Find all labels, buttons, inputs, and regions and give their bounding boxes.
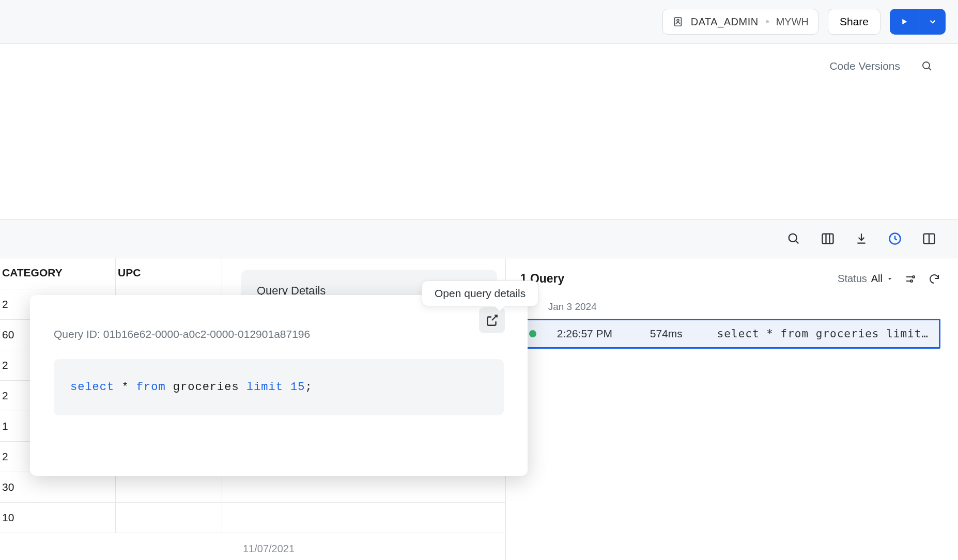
query-duration: 574ms [650,328,697,340]
editor-sub-toolbar: Code Versions [0,43,958,88]
query-details-popover: Query ID: 01b16e62-0000-a0c2-0000-012901… [30,295,528,476]
sql-keyword-limit: limit [246,381,283,394]
column-header-upc[interactable]: UPC [116,258,222,289]
query-history-pane: 1 Query Status All Jan 3 2024 [506,258,958,560]
panel-layout-icon[interactable] [922,231,936,246]
sql-editor-area[interactable] [0,88,958,220]
query-time: 2:26:57 PM [557,328,629,340]
status-value: All [871,273,883,285]
query-history-icon[interactable] [888,231,902,246]
run-button[interactable] [890,9,919,35]
run-button-group [890,9,946,35]
query-history-row[interactable]: 2:26:57 PM 574ms select * from groceries… [520,319,940,349]
open-query-details-tooltip: Open query details [422,281,538,306]
query-history-date: Jan 3 2024 [548,301,940,313]
role-name: DATA_ADMIN [691,16,759,28]
status-success-icon [529,330,536,337]
cell-upc [116,472,222,502]
columns-icon[interactable] [821,231,835,246]
svg-rect-4 [823,234,833,244]
filter-settings-icon[interactable] [904,273,917,285]
cell-category: 30 [0,472,116,502]
search-icon[interactable] [921,60,933,72]
tooltip-text: Open query details [435,287,526,299]
search-results-icon[interactable] [786,231,801,246]
open-query-details-button[interactable] [479,307,505,333]
svg-point-7 [913,276,915,278]
table-row[interactable]: 30 [0,472,505,503]
refresh-icon[interactable] [928,273,940,285]
top-toolbar: DATA_ADMIN MYWH Share [0,0,958,43]
query-id-line: Query ID: 01b16e62-0000-a0c2-0000-012901… [54,328,504,340]
code-versions-button[interactable]: Code Versions [829,60,900,72]
svg-point-1 [677,19,679,21]
sql-table-name: groceries [173,381,239,394]
share-button[interactable]: Share [828,9,880,35]
sql-keyword-from: from [136,381,166,394]
chevron-down-icon [928,17,937,26]
svg-point-2 [923,62,930,69]
caret-down-icon [887,276,893,282]
status-filter-dropdown[interactable]: Status All [838,273,893,285]
query-id-value: 01b16e62-0000-a0c2-0000-012901a87196 [103,328,311,340]
cell-category: 10 [0,503,116,533]
run-dropdown-button[interactable] [919,9,946,35]
svg-point-8 [910,280,913,282]
separator-dot [766,20,769,23]
obscured-date-text: 11/07/2021 [243,543,295,555]
query-id-label: Query ID: [54,328,100,340]
sql-semicolon: ; [305,381,313,394]
query-sql-preview: select * from groceries limit… [717,328,929,340]
play-icon [900,17,909,26]
column-header-category[interactable]: CATEGORY [0,258,116,289]
table-row[interactable]: 10 [0,503,505,533]
cell-upc [116,503,222,533]
svg-point-3 [789,234,797,242]
sql-limit-number: 15 [290,381,305,394]
results-toolbar [0,220,958,258]
status-label: Status [838,273,867,285]
download-icon[interactable] [855,232,868,245]
sql-star: * [121,381,129,394]
external-link-icon [485,314,499,327]
warehouse-name: MYWH [776,16,809,28]
role-badge-icon [672,16,684,27]
sql-keyword-select: select [70,381,114,394]
context-selector-button[interactable]: DATA_ADMIN MYWH [662,9,818,35]
query-sql-box: select * from groceries limit 15; [54,359,504,415]
